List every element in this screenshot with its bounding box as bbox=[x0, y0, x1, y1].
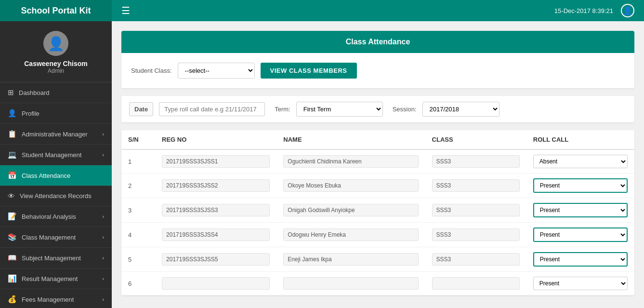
term-select[interactable]: First Term Second Term Third Term bbox=[296, 102, 383, 117]
profile-nav-icon: 👤 bbox=[8, 109, 17, 118]
cell-name bbox=[276, 198, 425, 223]
administrative-manager-arrow-icon: › bbox=[102, 131, 104, 137]
name-input bbox=[283, 228, 418, 241]
view-attendance-records-nav-icon: 👁 bbox=[8, 192, 15, 200]
cell-rollcall[interactable]: Absent Present bbox=[526, 149, 634, 174]
cell-rollcall[interactable]: Absent Present bbox=[526, 272, 634, 295]
user-icon[interactable]: 👤 bbox=[621, 4, 634, 17]
profile-nav-label: Profile bbox=[22, 110, 39, 117]
cell-class bbox=[425, 247, 526, 272]
result-management-arrow-icon: › bbox=[102, 276, 104, 281]
view-class-members-button[interactable]: VIEW CLASS MEMBERS bbox=[261, 63, 357, 79]
fees-management-arrow-icon: › bbox=[102, 296, 104, 302]
class-management-arrow-icon: › bbox=[102, 234, 104, 240]
user-avatar: 👤 bbox=[43, 31, 68, 56]
cell-regno bbox=[155, 174, 276, 198]
cell-class bbox=[425, 198, 526, 223]
sidebar-item-subject-management[interactable]: 📖 Subject Management › bbox=[0, 248, 112, 268]
col-class: CLASS bbox=[425, 130, 526, 149]
datetime-display: 15-Dec-2017 8:39:21 bbox=[554, 7, 613, 14]
sidebar-item-profile[interactable]: 👤 Profile bbox=[0, 103, 112, 124]
sidebar-item-administrative-manager[interactable]: 📋 Administrative Manager › bbox=[0, 124, 112, 145]
body-layout: 👤 Casweeney Chisom Admin ⊞ Dashboard 👤 P… bbox=[0, 21, 644, 308]
class-input bbox=[432, 179, 520, 192]
filter-row: Student Class: --select-- VIEW CLASS MEM… bbox=[131, 63, 625, 79]
cell-rollcall[interactable]: Absent Present bbox=[526, 247, 634, 272]
cell-sn: 1 bbox=[121, 149, 155, 174]
subject-management-arrow-icon: › bbox=[102, 255, 104, 261]
term-label: Term: bbox=[275, 106, 290, 113]
card-title: Class Attendance bbox=[346, 38, 410, 46]
class-management-nav-icon: 📚 bbox=[8, 233, 17, 241]
session-select[interactable]: 2017/2018 2016/2017 2015/2016 bbox=[422, 102, 499, 117]
cell-name bbox=[276, 174, 425, 198]
class-input bbox=[432, 253, 520, 266]
regno-input bbox=[162, 253, 270, 266]
col-sn: S/N bbox=[121, 130, 155, 149]
table-header: S/N REG NO NAME CLASS ROLL CALL bbox=[121, 130, 634, 149]
table-row: 1 Absent Present bbox=[121, 149, 634, 174]
student-management-nav-icon: 💻 bbox=[8, 150, 17, 159]
table-row: 2 Absent Present bbox=[121, 174, 634, 198]
sidebar-item-student-management[interactable]: 💻 Student Management › bbox=[0, 145, 112, 165]
class-input bbox=[432, 277, 520, 290]
date-input[interactable] bbox=[159, 102, 265, 116]
sidebar-item-behavioral-analysis[interactable]: 📝 Behavioral Analysis › bbox=[0, 206, 112, 227]
rollcall-select[interactable]: Absent Present bbox=[533, 252, 628, 267]
cell-class bbox=[425, 223, 526, 247]
rollcall-select[interactable]: Absent Present bbox=[533, 228, 628, 242]
cell-rollcall[interactable]: Absent Present bbox=[526, 174, 634, 198]
name-input bbox=[283, 155, 418, 168]
class-attendance-card: Class Attendance Student Class: --select… bbox=[121, 31, 634, 88]
sidebar: 👤 Casweeney Chisom Admin ⊞ Dashboard 👤 P… bbox=[0, 21, 112, 308]
name-input bbox=[283, 277, 418, 290]
table-row: 5 Absent Present bbox=[121, 247, 634, 272]
sidebar-item-result-management[interactable]: 📊 Result Management › bbox=[0, 268, 112, 289]
rollcall-select[interactable]: Absent Present bbox=[533, 155, 628, 168]
cell-regno bbox=[155, 223, 276, 247]
regno-input bbox=[162, 277, 270, 290]
cell-name bbox=[276, 272, 425, 295]
col-rollcall: ROLL CALL bbox=[526, 130, 634, 149]
user-role: Admin bbox=[48, 67, 64, 74]
date-label: Date bbox=[129, 102, 153, 116]
cell-regno bbox=[155, 247, 276, 272]
hamburger-button[interactable]: ☰ bbox=[112, 5, 140, 16]
dashboard-nav-icon: ⊞ bbox=[8, 88, 14, 97]
rollcall-select[interactable]: Absent Present bbox=[533, 178, 628, 193]
view-attendance-records-nav-label: View Attendance Records bbox=[20, 192, 92, 200]
cell-sn: 4 bbox=[121, 223, 155, 247]
header-right: 15-Dec-2017 8:39:21 👤 bbox=[554, 4, 644, 17]
subject-management-nav-icon: 📖 bbox=[8, 254, 17, 262]
logo: School Portal Kit bbox=[0, 0, 112, 21]
cell-rollcall[interactable]: Absent Present bbox=[526, 198, 634, 223]
student-class-select[interactable]: --select-- bbox=[178, 63, 255, 79]
sidebar-item-fees-management[interactable]: 💰 Fees Management › bbox=[0, 289, 112, 308]
rollcall-select[interactable]: Absent Present bbox=[533, 277, 628, 290]
cell-name bbox=[276, 247, 425, 272]
rollcall-select[interactable]: Absent Present bbox=[533, 203, 628, 217]
name-input bbox=[283, 253, 418, 266]
table-row: 3 Absent Present bbox=[121, 198, 634, 223]
nav-items: ⊞ Dashboard 👤 Profile 📋 Administrative M… bbox=[0, 82, 112, 308]
table-header-row: S/N REG NO NAME CLASS ROLL CALL bbox=[121, 130, 634, 149]
card-header: Class Attendance bbox=[121, 31, 634, 53]
behavioral-analysis-nav-label: Behavioral Analysis bbox=[22, 213, 76, 220]
top-header: School Portal Kit ☰ 15-Dec-2017 8:39:21 … bbox=[0, 0, 644, 21]
result-management-nav-label: Result Management bbox=[22, 275, 78, 282]
main-content: Class Attendance Student Class: --select… bbox=[112, 21, 644, 308]
administrative-manager-nav-label: Administrative Manager bbox=[22, 131, 88, 138]
name-input bbox=[283, 204, 418, 216]
sidebar-item-class-attendance[interactable]: 📅 Class Attendance bbox=[0, 165, 112, 186]
student-class-label: Student Class: bbox=[131, 67, 172, 74]
sidebar-item-dashboard[interactable]: ⊞ Dashboard bbox=[0, 82, 112, 103]
table-row: 6 Absent Present bbox=[121, 272, 634, 295]
dashboard-nav-label: Dashboard bbox=[19, 89, 50, 96]
sidebar-item-view-attendance-records[interactable]: 👁 View Attendance Records bbox=[0, 186, 112, 206]
cell-rollcall[interactable]: Absent Present bbox=[526, 223, 634, 247]
cell-class bbox=[425, 149, 526, 174]
sidebar-item-class-management[interactable]: 📚 Class Management › bbox=[0, 227, 112, 248]
class-management-nav-label: Class Management bbox=[22, 234, 76, 241]
cell-regno bbox=[155, 198, 276, 223]
user-name: Casweeney Chisom bbox=[24, 60, 88, 67]
